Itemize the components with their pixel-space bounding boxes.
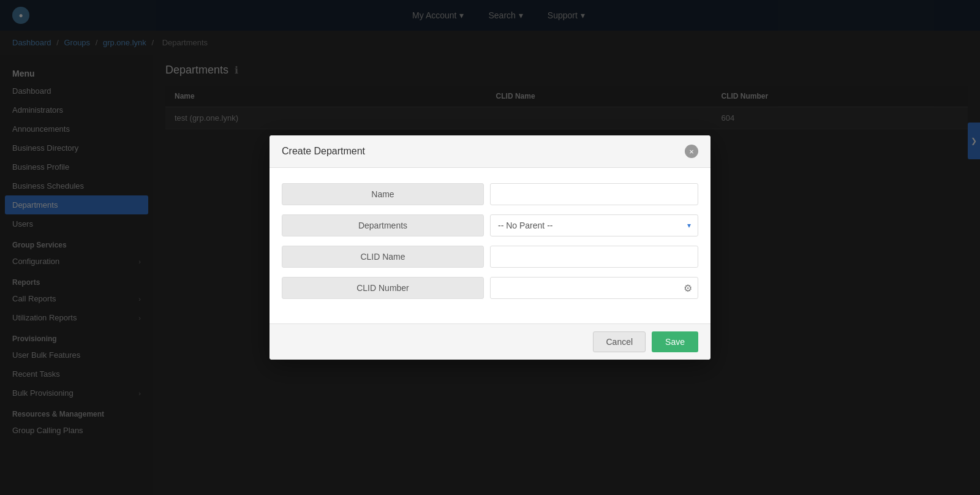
clid-number-label: CLID Number — [282, 277, 484, 299]
modal-body: Name Departments -- No Parent -- ▾ CLID … — [270, 168, 710, 323]
save-button[interactable]: Save — [652, 331, 698, 352]
clid-number-input-wrapper: ⚙ — [490, 277, 698, 299]
clid-name-input[interactable] — [490, 246, 698, 268]
form-row-departments: Departments -- No Parent -- ▾ — [282, 214, 698, 236]
modal-footer: Cancel Save — [270, 323, 710, 360]
clid-name-label: CLID Name — [282, 246, 484, 268]
form-row-clid-number: CLID Number ⚙ — [282, 277, 698, 299]
name-label: Name — [282, 183, 484, 205]
create-department-modal: Create Department × Name Departments -- … — [270, 135, 710, 360]
departments-select[interactable]: -- No Parent -- — [490, 214, 698, 236]
modal-overlay: Create Department × Name Departments -- … — [0, 0, 980, 495]
departments-label: Departments — [282, 214, 484, 236]
modal-header: Create Department × — [270, 135, 710, 168]
modal-title: Create Department — [282, 146, 365, 157]
clid-number-input[interactable] — [490, 277, 698, 299]
departments-select-wrapper: -- No Parent -- ▾ — [490, 214, 698, 236]
name-input[interactable] — [490, 183, 698, 205]
form-row-clid-name: CLID Name — [282, 246, 698, 268]
cancel-button[interactable]: Cancel — [593, 331, 646, 352]
modal-close-button[interactable]: × — [685, 145, 698, 158]
gear-icon[interactable]: ⚙ — [684, 282, 692, 294]
form-row-name: Name — [282, 183, 698, 205]
